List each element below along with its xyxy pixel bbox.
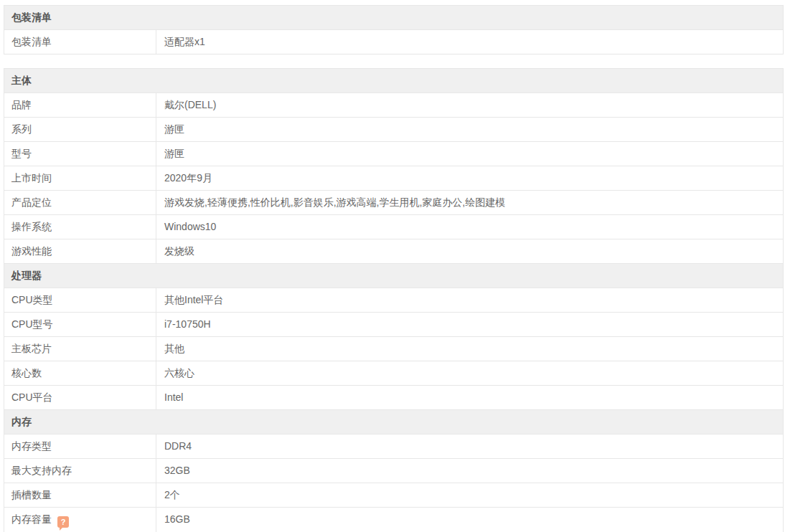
spec-label: CPU平台 xyxy=(11,391,53,403)
question-mark-icon[interactable]: ? xyxy=(57,516,69,528)
spec-label-cell: 包装清单 xyxy=(4,30,156,54)
spec-label: 操作系统 xyxy=(11,221,52,232)
spec-row: 包装清单适配器x1 xyxy=(4,29,783,54)
spec-value: 适配器x1 xyxy=(156,30,783,54)
spec-label: CPU类型 xyxy=(11,294,53,305)
spec-value: 2020年9月 xyxy=(156,166,783,190)
spec-label: 产品定位 xyxy=(11,196,52,208)
spec-label-cell: CPU平台 xyxy=(4,386,156,409)
spec-label: 型号 xyxy=(11,148,32,159)
spec-row: 最大支持内存32GB xyxy=(4,458,783,483)
spec-label: 品牌 xyxy=(11,99,32,110)
section-header: 处理器 xyxy=(4,263,783,288)
spec-value: 2个 xyxy=(156,483,783,507)
spec-label-cell: 内存容量? xyxy=(4,508,156,532)
spec-label-cell: 内存类型 xyxy=(4,434,156,458)
spec-label: 最大支持内存 xyxy=(11,465,72,476)
spec-label-cell: 产品定位 xyxy=(4,191,156,214)
section-header: 包装清单 xyxy=(4,6,783,29)
spec-value: 六核心 xyxy=(156,361,783,385)
spec-value: 游戏发烧,轻薄便携,性价比机,影音娱乐,游戏高端,学生用机,家庭办公,绘图建模 xyxy=(156,191,783,214)
spec-value: 游匣 xyxy=(156,118,783,141)
spec-value: Intel xyxy=(156,386,783,409)
spec-label-cell: 游戏性能 xyxy=(4,239,156,263)
spec-label: 插槽数量 xyxy=(11,489,52,500)
spec-value: 其他 xyxy=(156,337,783,361)
spec-label-cell: 主板芯片 xyxy=(4,337,156,361)
spec-label: 系列 xyxy=(11,123,32,135)
spec-label: 主板芯片 xyxy=(11,343,52,354)
spec-row: CPU型号i7-10750H xyxy=(4,312,783,336)
spec-value: 16GB xyxy=(156,508,783,532)
section-header: 内存 xyxy=(4,409,783,434)
spec-label-cell: 型号 xyxy=(4,142,156,166)
section-header: 主体 xyxy=(4,69,783,92)
spec-row: 型号游匣 xyxy=(4,141,783,166)
spec-row: 产品定位游戏发烧,轻薄便携,性价比机,影音娱乐,游戏高端,学生用机,家庭办公,绘… xyxy=(4,190,783,214)
spec-value: Windows10 xyxy=(156,215,783,239)
spec-row: 系列游匣 xyxy=(4,117,783,141)
spec-label: 核心数 xyxy=(11,367,42,379)
spec-row: 上市时间2020年9月 xyxy=(4,166,783,190)
spec-label-cell: CPU类型 xyxy=(4,288,156,312)
spec-value: 32GB xyxy=(156,459,783,483)
spec-value: i7-10750H xyxy=(156,313,783,336)
spec-label-cell: 品牌 xyxy=(4,93,156,117)
spec-row: CPU平台Intel xyxy=(4,385,783,409)
spec-row: 游戏性能发烧级 xyxy=(4,239,783,263)
spec-label-cell: 最大支持内存 xyxy=(4,459,156,483)
spec-label: CPU型号 xyxy=(11,318,53,330)
spec-table: 主体品牌戴尔(DELL)系列游匣型号游匣上市时间2020年9月产品定位游戏发烧,… xyxy=(4,68,784,532)
spec-label-cell: 核心数 xyxy=(4,361,156,385)
spec-label-cell: 系列 xyxy=(4,118,156,141)
spec-label: 游戏性能 xyxy=(11,245,52,257)
spec-label-cell: 操作系统 xyxy=(4,215,156,239)
spec-value: 戴尔(DELL) xyxy=(156,93,783,117)
spec-value: DDR4 xyxy=(156,434,783,458)
spec-tables: 包装清单包装清单适配器x1主体品牌戴尔(DELL)系列游匣型号游匣上市时间202… xyxy=(4,5,784,532)
spec-row: 内存类型DDR4 xyxy=(4,434,783,458)
spec-label-cell: 上市时间 xyxy=(4,166,156,190)
spec-value: 其他Intel平台 xyxy=(156,288,783,312)
spec-row: CPU类型其他Intel平台 xyxy=(4,288,783,312)
spec-label-cell: CPU型号 xyxy=(4,313,156,336)
spec-row: 品牌戴尔(DELL) xyxy=(4,92,783,117)
spec-row: 插槽数量2个 xyxy=(4,483,783,507)
product-spec-page: 包装清单包装清单适配器x1主体品牌戴尔(DELL)系列游匣型号游匣上市时间202… xyxy=(0,0,785,532)
spec-value: 发烧级 xyxy=(156,239,783,263)
spec-row: 主板芯片其他 xyxy=(4,336,783,361)
spec-label: 内存类型 xyxy=(11,440,52,452)
spec-label-cell: 插槽数量 xyxy=(4,483,156,507)
spec-label: 包装清单 xyxy=(11,36,52,47)
spec-row: 操作系统Windows10 xyxy=(4,214,783,239)
spec-row: 内存容量?16GB xyxy=(4,507,783,532)
spec-label: 内存容量 xyxy=(11,513,52,525)
spec-row: 核心数六核心 xyxy=(4,361,783,385)
spec-table: 包装清单包装清单适配器x1 xyxy=(4,5,784,54)
spec-value: 游匣 xyxy=(156,142,783,166)
spec-label: 上市时间 xyxy=(11,172,52,184)
